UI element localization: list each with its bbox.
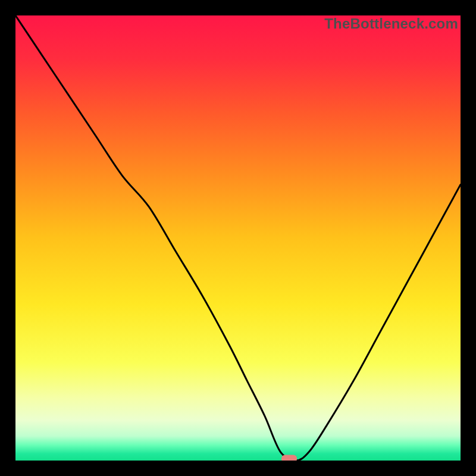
chart-frame: TheBottleneck.com [0, 0, 476, 476]
bottleneck-chart [15, 15, 461, 461]
gradient-background [15, 15, 461, 461]
plot-area: TheBottleneck.com [15, 15, 461, 461]
watermark-text: TheBottleneck.com [324, 15, 458, 32]
optimum-marker [281, 455, 297, 461]
